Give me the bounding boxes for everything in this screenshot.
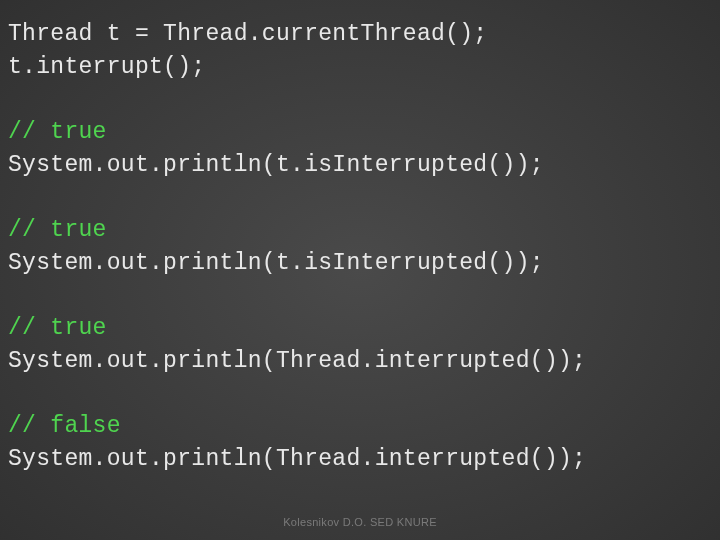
code-line: System.out.println(t.isInterrupted()); bbox=[8, 149, 712, 182]
code-line: Thread t = Thread.currentThread(); bbox=[8, 18, 712, 51]
blank-line bbox=[8, 181, 712, 214]
code-line: System.out.println(Thread.interrupted())… bbox=[8, 443, 712, 476]
code-comment: // true bbox=[8, 214, 712, 247]
code-line: System.out.println(t.isInterrupted()); bbox=[8, 247, 712, 280]
footer-text: Kolesnikov D.O. SED KNURE bbox=[0, 516, 720, 528]
slide: Thread t = Thread.currentThread();t.inte… bbox=[0, 0, 720, 540]
code-block: Thread t = Thread.currentThread();t.inte… bbox=[8, 18, 712, 475]
code-line: System.out.println(Thread.interrupted())… bbox=[8, 345, 712, 378]
code-line: t.interrupt(); bbox=[8, 51, 712, 84]
code-comment: // true bbox=[8, 116, 712, 149]
blank-line bbox=[8, 83, 712, 116]
code-comment: // true bbox=[8, 312, 712, 345]
blank-line bbox=[8, 377, 712, 410]
blank-line bbox=[8, 279, 712, 312]
code-comment: // false bbox=[8, 410, 712, 443]
